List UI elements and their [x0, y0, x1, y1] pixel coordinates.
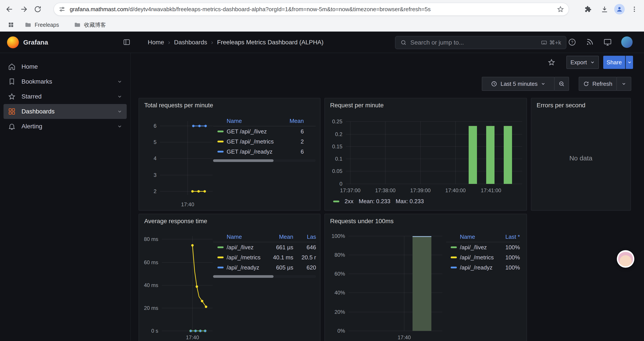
breadcrumb-separator: › [168, 39, 170, 46]
series-swatch[interactable] [451, 246, 457, 248]
series-mean-value: 40.1 ms [267, 254, 293, 261]
sidebar-item-home[interactable]: Home [4, 59, 127, 74]
reload-button[interactable] [31, 2, 45, 16]
series-name[interactable]: 2xx [344, 198, 353, 205]
panel-avg-response-time: Average response time 80 ms 60 ms 40 ms … [138, 214, 320, 341]
series-name[interactable]: /api/_/readyz [460, 264, 498, 271]
downloads-button[interactable] [598, 2, 612, 16]
sidebar-item-bookmarks[interactable]: Bookmarks [4, 74, 127, 89]
series-swatch[interactable] [218, 131, 224, 132]
refresh-button[interactable]: Refresh [579, 77, 617, 91]
series-swatch[interactable] [451, 256, 457, 258]
breadcrumb-home[interactable]: Home [148, 39, 164, 46]
legend-header: Name Mean [213, 116, 316, 126]
series-swatch[interactable] [218, 256, 224, 258]
legend-mean-header[interactable]: Mean [286, 118, 304, 124]
panel-title[interactable]: Errors per second [536, 102, 586, 109]
grafana-logo[interactable] [7, 37, 19, 48]
legend-last-header[interactable]: Last * [498, 233, 520, 240]
panel-errors-per-second: Errors per second No data [531, 98, 631, 211]
legend-name-header[interactable]: Name [227, 118, 286, 124]
grafana-brand: Grafana [23, 32, 48, 53]
search-input[interactable] [410, 39, 538, 46]
legend-mean-header[interactable]: Mean [267, 233, 293, 240]
legend-row: /api/_/readyz 605 µs 620 [213, 262, 316, 272]
y-tick: 0.15 [326, 144, 342, 150]
zoom-out-time-button[interactable] [554, 77, 569, 91]
chevron-down-icon[interactable] [117, 79, 122, 84]
y-tick: 5 [141, 139, 156, 145]
ai-assistant-avatar[interactable] [617, 250, 634, 268]
share-button[interactable]: Share [603, 56, 625, 69]
legend-last-header[interactable]: Las [296, 233, 316, 240]
series-last-value: 100% [498, 264, 520, 271]
series-name[interactable]: GET /api/_/readyz [227, 148, 286, 155]
series-swatch[interactable] [218, 267, 224, 268]
series-name[interactable]: /api/_/metrics [227, 254, 267, 261]
share-label: Share [606, 59, 622, 66]
legend-name-header[interactable]: Name [227, 233, 267, 240]
search-box[interactable]: ⌘+k [395, 36, 566, 49]
chevron-down-icon [590, 60, 595, 65]
x-tick: 17:40:00 [440, 187, 471, 194]
sidebar-item-dashboards[interactable]: Dashboards [4, 104, 127, 119]
apps-button[interactable] [5, 19, 17, 31]
y-tick: 6 [141, 123, 156, 129]
legend-scrollbar-thumb[interactable] [213, 159, 274, 162]
user-avatar[interactable] [621, 37, 632, 48]
sidebar-item-alerting[interactable]: Alerting [4, 119, 127, 134]
profile-person-icon [616, 6, 623, 13]
series-swatch[interactable] [218, 151, 224, 153]
share-menu-button[interactable] [626, 56, 633, 69]
forward-button[interactable] [17, 2, 31, 16]
browser-menu-button[interactable] [627, 2, 641, 16]
legend-scrollbar-thumb[interactable] [213, 275, 274, 278]
series-last-value: 646 [296, 244, 316, 251]
series-swatch[interactable] [218, 246, 224, 248]
y-tick: 0.05 [326, 168, 342, 174]
reload-icon [34, 5, 42, 13]
series-last-value: 100% [498, 244, 520, 251]
series-name[interactable]: /api/_/livez [460, 244, 498, 251]
bookmark-label: 收藏博客 [84, 21, 106, 29]
legend-row: /api/_/metrics 100% [446, 252, 520, 262]
chevron-down-icon[interactable] [117, 94, 122, 99]
y-tick: 100% [326, 233, 345, 239]
bookmark-folder-freeleaps[interactable]: Freeleaps [21, 20, 62, 30]
series-name[interactable]: GET /api/_/livez [227, 128, 286, 135]
legend-header: Name Last * [446, 232, 520, 242]
back-button[interactable] [3, 2, 17, 16]
screen: grafana.mathmast.com/d/deytv4rwavabkb/fr… [0, 0, 644, 341]
search-shortcut-keys: ⌘+k [549, 39, 561, 46]
kiosk-mode-button[interactable] [603, 38, 612, 47]
dock-menu-toggle[interactable] [123, 38, 131, 46]
series-name[interactable]: GET /api/_/metrics [227, 138, 286, 145]
refresh-interval-button[interactable] [616, 77, 631, 91]
star-icon [8, 93, 16, 101]
series-mean-value: 661 µs [267, 244, 293, 251]
series-max: Max: 0.233 [396, 198, 424, 205]
chevron-down-icon[interactable] [117, 124, 122, 129]
series-name[interactable]: /api/_/readyz [227, 264, 267, 271]
sidebar-item-starred[interactable]: Starred [4, 89, 127, 104]
series-name[interactable]: /api/_/metrics [460, 254, 498, 261]
browser-profile-avatar[interactable] [614, 4, 625, 15]
x-tick: 17:40 [177, 201, 198, 208]
export-button[interactable]: Export [566, 56, 599, 69]
time-range-picker[interactable]: Last 5 minutes [482, 77, 554, 91]
series-swatch[interactable] [333, 201, 339, 202]
series-swatch[interactable] [451, 267, 457, 268]
series-name[interactable]: /api/_/livez [227, 244, 267, 251]
help-button[interactable]: ? [568, 38, 576, 47]
site-info-icon[interactable] [58, 6, 66, 13]
bookmark-folder-blogs[interactable]: 收藏博客 [70, 20, 110, 30]
breadcrumb-dashboards[interactable]: Dashboards [174, 39, 207, 46]
address-bar[interactable]: grafana.mathmast.com/d/deytv4rwavabkb/fr… [54, 3, 569, 16]
series-swatch[interactable] [218, 141, 224, 142]
extensions-button[interactable] [581, 2, 595, 16]
news-button[interactable] [586, 38, 594, 46]
legend-name-header[interactable]: Name [460, 233, 498, 240]
bookmark-star-icon[interactable] [557, 6, 564, 13]
chevron-down-icon[interactable] [117, 109, 122, 114]
favorite-dashboard-button[interactable] [545, 56, 558, 69]
